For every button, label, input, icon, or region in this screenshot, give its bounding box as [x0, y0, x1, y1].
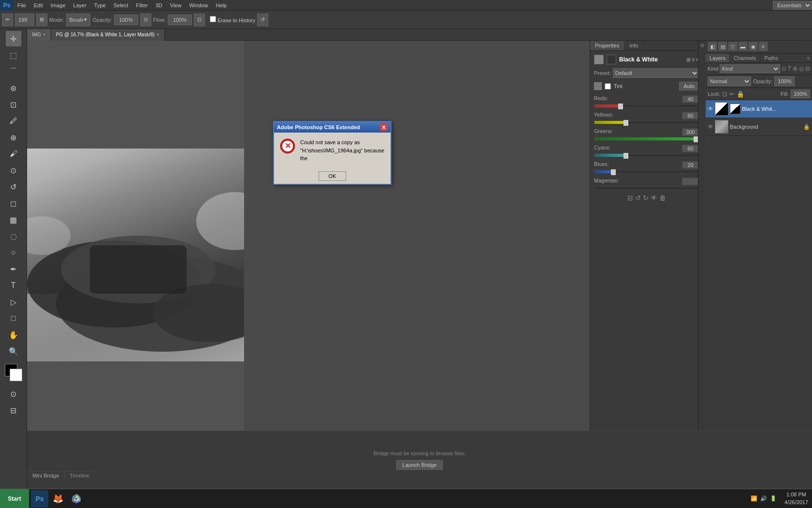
menu-layer[interactable]: Layer: [69, 1, 90, 9]
cyans-thumb[interactable]: [624, 153, 628, 159]
timeline-tab[interactable]: Timeline: [64, 471, 95, 479]
tab-properties[interactable]: Properties: [590, 41, 624, 50]
layer-item-bg[interactable]: 👁 Background 🔒: [706, 118, 812, 136]
eraser-tool-btn[interactable]: ✏: [2, 14, 13, 26]
menu-image[interactable]: Image: [47, 1, 70, 9]
yellows-value[interactable]: [682, 112, 699, 120]
kind-select[interactable]: Kind: [720, 64, 780, 73]
eraser-tool[interactable]: ◻: [6, 195, 21, 211]
quick-select-tool[interactable]: ⊛: [6, 80, 21, 96]
erase-history-checkbox[interactable]: [210, 16, 216, 22]
taskbar-firefox-icon[interactable]: 🦊: [49, 490, 67, 508]
pen-tool[interactable]: ✒: [6, 261, 21, 277]
expand-icon[interactable]: ⊞: [686, 57, 691, 63]
path-select-tool[interactable]: ▷: [6, 294, 21, 310]
tint-checkbox[interactable]: [605, 83, 611, 90]
lock-position-icon[interactable]: ✏: [729, 90, 735, 98]
mini-bridge-tab[interactable]: Mini Bridge: [27, 471, 64, 479]
tab-img[interactable]: IMG ×: [27, 29, 51, 41]
flow-input[interactable]: [168, 15, 192, 25]
adj-icon-invert[interactable]: ◧: [708, 42, 717, 51]
bw-delete-icon[interactable]: 🗑: [659, 194, 666, 202]
move-tool[interactable]: ✛: [6, 31, 21, 46]
magentas-track[interactable]: [594, 186, 699, 190]
mode-select[interactable]: Brush ▾: [66, 14, 91, 26]
kind-icon4[interactable]: ◎: [799, 65, 804, 72]
reds-track[interactable]: [594, 104, 699, 108]
layer-item-bw[interactable]: 👁 Black & Whit...: [706, 100, 812, 118]
opacity-field[interactable]: [774, 76, 795, 86]
menu-3d[interactable]: 3D: [152, 1, 166, 9]
kind-icon1[interactable]: ⊙: [782, 65, 786, 72]
lock-pixel-icon[interactable]: ⊡: [722, 90, 727, 98]
start-button[interactable]: Start: [0, 489, 29, 508]
gradient-tool[interactable]: ▦: [6, 212, 21, 227]
menu-file[interactable]: File: [14, 1, 30, 9]
brush-tool[interactable]: 🖌: [6, 146, 21, 162]
text-tool[interactable]: T: [6, 278, 21, 293]
blues-thumb[interactable]: [611, 169, 616, 175]
tab-main-close[interactable]: ×: [157, 32, 160, 37]
adj-icon-posterize[interactable]: ▤: [718, 42, 727, 51]
layers-tab-layers[interactable]: Layers: [706, 54, 730, 62]
preset-select[interactable]: Default: [613, 68, 699, 78]
layer-bw-eye-icon[interactable]: 👁: [708, 105, 713, 112]
kind-icon3[interactable]: ⊕: [793, 65, 798, 72]
opacity-airbrush-btn[interactable]: ⊙: [140, 14, 151, 26]
selection-tool[interactable]: ⬚: [6, 47, 21, 63]
tint-swatch[interactable]: [594, 82, 602, 90]
blur-tool[interactable]: ◌: [6, 228, 21, 244]
tab-main[interactable]: PG @ 16.7% (Black & White 1, Layer Mask/…: [51, 29, 165, 41]
bw-visibility-icon[interactable]: 👁: [651, 194, 657, 202]
screen-mode-tool[interactable]: ⊟: [6, 403, 21, 418]
shape-tool[interactable]: □: [6, 311, 21, 326]
menu-filter[interactable]: Filter: [132, 1, 151, 9]
panel-menu-icon[interactable]: ≡: [692, 57, 695, 63]
dialog-close-btn[interactable]: ×: [380, 123, 388, 131]
blues-track[interactable]: [594, 170, 699, 174]
cyans-value[interactable]: [682, 145, 699, 152]
launch-bridge-button[interactable]: Launch Bridge: [396, 460, 443, 470]
layers-tab-channels[interactable]: Channels: [730, 54, 760, 62]
lock-all-icon[interactable]: 🔒: [737, 90, 744, 98]
reds-thumb[interactable]: [618, 104, 623, 109]
menu-type[interactable]: Type: [90, 1, 110, 9]
erase-history-icon-btn[interactable]: ↺: [257, 14, 268, 26]
taskbar-photoshop-icon[interactable]: Ps: [31, 490, 48, 508]
workspace-selector[interactable]: Essentials: [773, 1, 812, 10]
menu-help[interactable]: Help: [212, 1, 231, 9]
lasso-tool[interactable]: ⌒: [6, 64, 21, 79]
menu-window[interactable]: Window: [185, 1, 212, 9]
dodge-tool[interactable]: ○: [6, 245, 21, 260]
yellows-thumb[interactable]: [624, 120, 628, 126]
clone-tool[interactable]: ⊙: [6, 163, 21, 178]
dialog-ok-button[interactable]: OK: [319, 171, 347, 181]
adj-icon-threshold[interactable]: ▽: [728, 42, 738, 51]
navigator-side-icon[interactable]: ⊙: [700, 43, 704, 48]
menu-edit[interactable]: Edit: [30, 1, 47, 9]
cyans-track[interactable]: [594, 153, 699, 157]
layers-tab-paths[interactable]: Paths: [761, 54, 783, 62]
background-color[interactable]: [10, 369, 22, 381]
healing-tool[interactable]: ⊕: [6, 130, 21, 145]
layer-bg-eye-icon[interactable]: 👁: [708, 123, 713, 130]
bw-redo-icon[interactable]: ↻: [643, 194, 649, 202]
yellows-track[interactable]: [594, 120, 699, 124]
adj-icon-levels[interactable]: ≡: [758, 42, 768, 51]
reds-value[interactable]: [682, 95, 699, 103]
fill-field[interactable]: [791, 90, 810, 98]
flow-options-btn[interactable]: ⊡: [194, 14, 205, 26]
greens-value[interactable]: [682, 128, 699, 136]
crop-tool[interactable]: ⊡: [6, 97, 21, 112]
blend-mode-select[interactable]: Normal: [708, 76, 751, 86]
auto-button[interactable]: Auto: [679, 82, 699, 90]
bw-reset-icon[interactable]: ⊟: [627, 194, 633, 202]
layers-panel-menu[interactable]: ≡: [805, 54, 812, 62]
kind-icon2[interactable]: T: [788, 65, 791, 72]
error-dialog[interactable]: Adobe Photoshop CS6 Extended × ✕ Could n…: [273, 121, 392, 185]
history-brush-tool[interactable]: ↺: [6, 179, 21, 194]
quick-mask-tool[interactable]: ⊙: [6, 386, 21, 402]
opacity-input[interactable]: [114, 15, 138, 25]
tab-info[interactable]: Info: [624, 41, 643, 50]
blues-value[interactable]: [682, 161, 699, 169]
